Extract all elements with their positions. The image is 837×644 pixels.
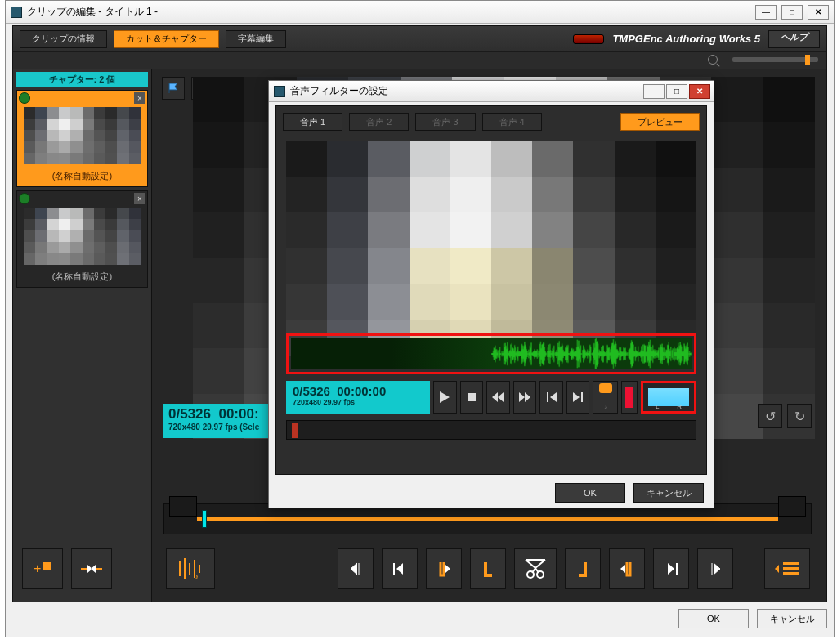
- remove-chapter-button[interactable]: ×: [134, 92, 145, 104]
- frame-pos: 0/5326: [168, 406, 211, 422]
- mark-in-jump-button[interactable]: [426, 548, 462, 589]
- audio-time: 00:00:00: [337, 384, 386, 398]
- dialog-body: 音声 1 音声 2 音声 3 音声 4 プレビュー: [275, 105, 707, 475]
- audio-seek-bar[interactable]: [286, 420, 696, 440]
- remove-chapter-button[interactable]: ×: [134, 193, 145, 204]
- dialog-ok-button[interactable]: OK: [555, 483, 625, 503]
- set-out-button[interactable]: [565, 548, 601, 589]
- level-label-L: L: [656, 403, 659, 410]
- audio-meta: 720x480 29.97 fps: [293, 398, 423, 406]
- stop-button[interactable]: [460, 381, 484, 414]
- timeline-cursor[interactable]: [202, 510, 207, 528]
- dialog-maximize-button[interactable]: □: [666, 84, 687, 99]
- frame-fwd-button[interactable]: [653, 548, 689, 589]
- waveform-highlight: [286, 333, 696, 374]
- svg-rect-3: [676, 563, 678, 575]
- dialog-close-button[interactable]: ✕: [689, 84, 710, 99]
- recording-led: [573, 34, 604, 44]
- app-icon: [274, 86, 285, 97]
- audio-filter-dialog: 音声フィルターの設定 — □ ✕ 音声 1 音声 2 音声 3 音声 4 プレビ…: [268, 80, 714, 508]
- svg-rect-5: [783, 567, 799, 570]
- chapter-caption: (名称自動設定): [17, 268, 147, 287]
- svg-rect-9: [581, 392, 583, 402]
- maximize-button[interactable]: □: [781, 5, 803, 20]
- speaker-toggle[interactable]: ♪: [593, 381, 618, 414]
- split-chapter-button[interactable]: [71, 548, 112, 589]
- timeline-thumb-end: [778, 496, 806, 517]
- mark-out-jump-button[interactable]: [609, 548, 645, 589]
- chapter-thumb: [24, 208, 141, 265]
- titlebar[interactable]: クリップの編集 - タイトル 1 - — □ ✕: [6, 1, 834, 24]
- svg-rect-6: [783, 572, 799, 575]
- close-button[interactable]: ✕: [808, 5, 829, 20]
- audio-tab-1[interactable]: 音声 1: [283, 113, 342, 131]
- prev-frame-button[interactable]: [539, 381, 563, 414]
- tab-subtitle[interactable]: 字幕編集: [226, 30, 286, 48]
- undo-button[interactable]: ↺: [758, 404, 782, 428]
- svg-rect-2: [393, 563, 395, 575]
- speaker-icon: [599, 383, 612, 393]
- level-meter-highlight: L R: [641, 381, 696, 414]
- audio-frame-pos: 0/5326: [293, 384, 330, 398]
- brand-text: TMPGEnc Authoring Works 5: [612, 33, 760, 45]
- set-in-button[interactable]: [470, 548, 506, 589]
- audio-filter-button[interactable]: ♪: [166, 548, 215, 589]
- chapter-thumb: [24, 107, 141, 164]
- cancel-button[interactable]: キャンセル: [757, 609, 827, 628]
- audio-tab-preview[interactable]: プレビュー: [620, 113, 700, 131]
- dialog-titlebar[interactable]: 音声フィルターの設定 — □ ✕: [269, 81, 714, 102]
- app-icon: [11, 7, 22, 18]
- next-frame-button[interactable]: [566, 381, 590, 414]
- tab-bar: クリップの情報 カット＆チャプター 字幕編集 TMPGEnc Authoring…: [13, 26, 826, 52]
- fastfwd-button[interactable]: [513, 381, 537, 414]
- chapter-count: チャプター: 2 個: [16, 72, 148, 87]
- window-title: クリップの編集 - タイトル 1 -: [27, 5, 158, 19]
- chapter-list-button[interactable]: [764, 548, 810, 589]
- timeline-thumb-start: [169, 496, 197, 517]
- tab-cut-chapter[interactable]: カット＆チャプター: [114, 30, 219, 48]
- waveform[interactable]: [291, 338, 692, 369]
- minimize-button[interactable]: —: [755, 5, 777, 20]
- step-fwd-button[interactable]: [697, 548, 733, 589]
- audio-preview-video: [286, 141, 696, 356]
- help-button[interactable]: ヘルプ: [768, 30, 820, 48]
- play-button[interactable]: [433, 381, 457, 414]
- tab-clip-info[interactable]: クリップの情報: [20, 30, 107, 48]
- svg-text:+: +: [34, 561, 41, 575]
- check-icon: [19, 193, 30, 204]
- svg-rect-4: [783, 562, 799, 565]
- audio-tabs: 音声 1 音声 2 音声 3 音声 4 プレビュー: [276, 106, 706, 137]
- outer-footer: OK キャンセル: [12, 606, 827, 632]
- check-icon: [19, 92, 30, 104]
- search-icon[interactable]: [708, 55, 718, 65]
- cut-button[interactable]: [514, 548, 557, 589]
- svg-rect-8: [547, 392, 548, 402]
- ok-button[interactable]: OK: [678, 609, 749, 628]
- chapter-item-1[interactable]: × (名称自動設定): [16, 90, 148, 187]
- rewind-button[interactable]: [486, 381, 510, 414]
- add-chapter-button[interactable]: +: [22, 548, 63, 589]
- timeline-ruler[interactable]: [197, 517, 778, 521]
- step-back-button[interactable]: [338, 548, 374, 589]
- dialog-footer: OK キャンセル: [269, 478, 714, 508]
- frame-time: 00:00:: [218, 406, 258, 422]
- audio-controls: 0/5326 00:00:00 720x480 29.97 fps ♪ L R: [286, 381, 696, 414]
- audio-counter: 0/5326 00:00:00 720x480 29.97 fps: [286, 381, 430, 414]
- volume-slider[interactable]: [621, 381, 638, 414]
- dialog-cancel-button[interactable]: キャンセル: [633, 483, 704, 503]
- toolbar-strip: [13, 52, 826, 67]
- thumb-zoom-slider[interactable]: [732, 57, 818, 62]
- audio-tab-2: 音声 2: [349, 113, 409, 131]
- chapter-item-2[interactable]: × (名称自動設定): [16, 190, 148, 288]
- mark-in-flag-button[interactable]: [162, 77, 185, 100]
- frame-back-button[interactable]: [382, 548, 418, 589]
- dialog-title: 音声フィルターの設定: [290, 84, 388, 98]
- svg-rect-7: [468, 393, 476, 401]
- audio-tab-3: 音声 3: [415, 113, 475, 131]
- seek-cursor[interactable]: [292, 423, 298, 438]
- audio-tab-4: 音声 4: [482, 113, 542, 131]
- dialog-minimize-button[interactable]: —: [643, 84, 665, 99]
- redo-button[interactable]: ↻: [787, 404, 812, 428]
- chapter-caption: (名称自動設定): [17, 168, 147, 186]
- chapter-sidebar: チャプター: 2 個 × (名称自動設定): [13, 69, 152, 602]
